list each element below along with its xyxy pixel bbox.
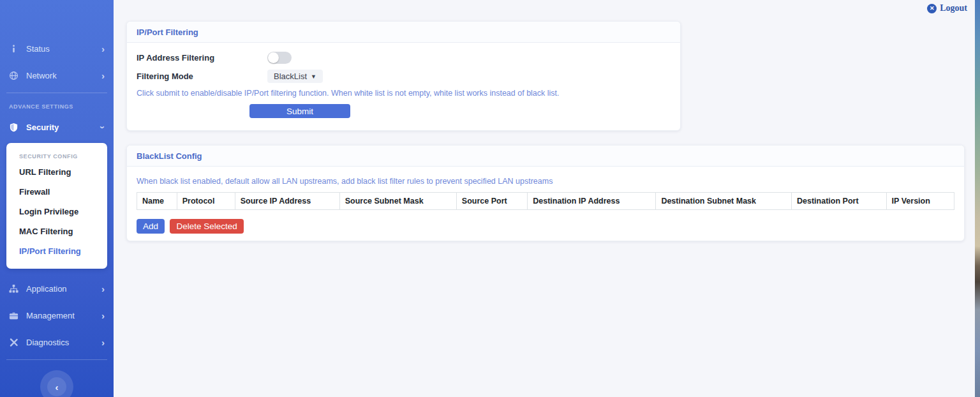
logout-button[interactable]: ✕ Logout (927, 3, 967, 13)
card-title: BlackList Config (137, 151, 202, 161)
table-header-row: Name Protocol Source IP Address Source S… (137, 193, 954, 210)
toggle-knob (268, 52, 279, 63)
info-icon (9, 44, 19, 54)
sidebar-item-management[interactable]: Management › (0, 302, 114, 329)
column-header-dest-ip: Destination IP Address (528, 193, 656, 210)
card-body: When black list enabled, default allow a… (127, 167, 964, 243)
chevron-right-icon: › (101, 284, 105, 294)
sidebar-section-label: ADVANCE SETTINGS (0, 97, 114, 114)
filtering-mode-label: Filtering Mode (137, 71, 267, 81)
sidebar-item-label: Status (26, 44, 101, 54)
main-content: ✕ Logout IP/Port Filtering IP Address Fi… (114, 0, 975, 397)
sidebar-item-label: Application (26, 284, 101, 294)
briefcase-icon (9, 311, 19, 320)
column-header-dest-subnet: Destination Subnet Mask (656, 193, 792, 210)
background-wallpaper-edge (975, 0, 980, 397)
column-header-ip-version: IP Version (886, 193, 954, 210)
submit-button[interactable]: Submit (249, 104, 350, 118)
sidebar-item-label: Management (26, 311, 101, 320)
blacklist-rules-table: Name Protocol Source IP Address Source S… (137, 192, 954, 210)
logout-label: Logout (940, 3, 967, 13)
sidebar-item-label: Security (26, 123, 101, 132)
submenu-section-label: SECURITY CONFIG (6, 149, 107, 162)
shield-icon (9, 123, 19, 132)
sidebar: Status › Network › ADVANCE SETTINGS Secu… (0, 0, 114, 397)
column-header-name: Name (137, 193, 177, 210)
caret-down-icon: ▼ (311, 73, 316, 80)
chevron-right-icon: › (101, 44, 105, 54)
submenu-item-firewall[interactable]: Firewall (6, 182, 107, 202)
add-button[interactable]: Add (137, 219, 165, 234)
card-header: IP/Port Filtering (127, 22, 680, 43)
chevron-right-icon: › (101, 338, 105, 347)
column-header-protocol: Protocol (177, 193, 235, 210)
chevron-left-icon: ‹ (47, 377, 66, 396)
card-header: BlackList Config (127, 146, 964, 167)
sidebar-item-security[interactable]: Security › (0, 114, 114, 140)
column-header-source-ip: Source IP Address (235, 193, 339, 210)
card-title: IP/Port Filtering (137, 27, 198, 37)
column-header-dest-port: Destination Port (792, 193, 887, 210)
sidebar-item-label: Diagnostics (26, 338, 101, 347)
column-header-source-port: Source Port (456, 193, 527, 210)
security-submenu: SECURITY CONFIG URL Filtering Firewall L… (6, 143, 107, 269)
filter-hint-text: Click submit to enable/disable IP/Port f… (137, 89, 671, 98)
ip-filtering-toggle[interactable] (267, 52, 292, 64)
sidebar-divider (6, 93, 107, 93)
tools-icon (9, 338, 19, 347)
globe-icon (9, 71, 19, 80)
blacklist-config-card: BlackList Config When black list enabled… (126, 145, 965, 241)
submenu-item-url-filtering[interactable]: URL Filtering (6, 162, 107, 182)
sidebar-item-diagnostics[interactable]: Diagnostics › (0, 329, 114, 356)
ip-filtering-label: IP Address Filtering (137, 53, 267, 63)
sitemap-icon (9, 284, 19, 294)
submenu-item-login-privilege[interactable]: Login Privilege (6, 202, 107, 221)
sidebar-collapse-button[interactable]: ‹ (40, 370, 73, 397)
chevron-down-icon: › (98, 126, 108, 129)
submenu-item-mac-filtering[interactable]: MAC Filtering (6, 221, 107, 241)
submenu-item-ip-port-filtering[interactable]: IP/Port Filtering (6, 241, 107, 261)
chevron-right-icon: › (101, 311, 105, 320)
filtering-mode-select[interactable]: BlackList ▼ (267, 70, 323, 83)
sidebar-divider (6, 359, 107, 360)
filtering-mode-value: BlackList (274, 71, 307, 81)
delete-selected-button[interactable]: Delete Selected (170, 219, 243, 234)
chevron-right-icon: › (101, 71, 105, 80)
sidebar-item-network[interactable]: Network › (0, 62, 114, 89)
sidebar-spacer (0, 0, 114, 35)
sidebar-item-label: Network (26, 71, 101, 80)
sidebar-item-status[interactable]: Status › (0, 35, 114, 62)
sidebar-item-application[interactable]: Application › (0, 275, 114, 302)
card-body: IP Address Filtering Filtering Mode Blac… (127, 43, 680, 127)
column-header-source-subnet: Source Subnet Mask (339, 193, 456, 210)
logout-icon: ✕ (927, 4, 937, 13)
ip-port-filtering-card: IP/Port Filtering IP Address Filtering F… (126, 21, 681, 131)
blacklist-hint-text: When black list enabled, default allow a… (137, 177, 954, 186)
